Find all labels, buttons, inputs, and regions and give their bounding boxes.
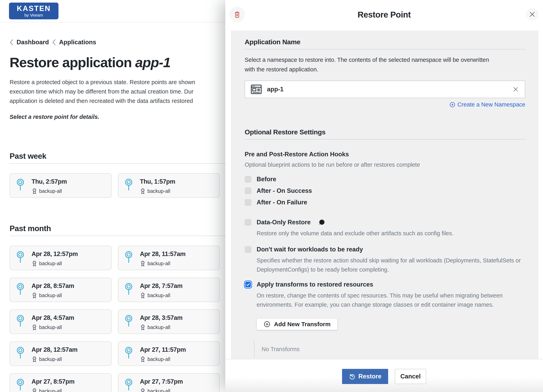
restore-point-card[interactable]: Thu, 2:57pm backup-all (10, 173, 112, 198)
restore-point-policy: backup-all (140, 356, 170, 362)
restore-point-card[interactable]: Apr 28, 3:57am backup-all (118, 309, 220, 334)
page-title: Restore application app-1 (10, 55, 225, 70)
create-new-namespace-link[interactable]: Create a New Namespace (245, 101, 525, 108)
restore-point-card[interactable]: Apr 27, 11:57pm backup-all (118, 341, 220, 366)
dont-wait-checkbox-row[interactable]: Don't wait for workloads to be ready (245, 246, 525, 253)
action-hooks-description: Optional blueprint actions to be run bef… (245, 161, 525, 168)
restore-point-modal: Restore Point Application Name Select a … (225, 0, 543, 392)
policy-ribbon-icon (32, 324, 37, 330)
restore-point-time: Apr 28, 3:57am (140, 314, 183, 321)
restore-point-policy: backup-all (140, 260, 170, 267)
policy-name: backup-all (147, 188, 170, 194)
apply-transforms-checkbox-row[interactable]: Apply transforms to restored resources (245, 281, 525, 288)
restore-point-pin-icon (124, 178, 133, 191)
restore-point-time: Apr 28, 8:57am (32, 282, 74, 289)
dont-wait-description: Specifies whether the restore action sho… (257, 256, 525, 274)
policy-ribbon-icon (140, 260, 146, 267)
policy-ribbon-icon (140, 388, 146, 392)
page-description-line: Restore a protected object to a previous… (10, 77, 225, 87)
data-only-restore-description: Restore only the volume data and exclude… (257, 229, 525, 238)
breadcrumb-dashboard[interactable]: Dashboard (17, 39, 49, 46)
page-title-app-name: app-1 (135, 55, 170, 70)
policy-ribbon-icon (32, 356, 37, 362)
restore-point-card[interactable]: Apr 28, 4:57am backup-all (10, 309, 112, 334)
restore-point-card[interactable]: Apr 27, 7:57pm backup-all (118, 373, 220, 392)
restore-button[interactable]: Restore (342, 369, 388, 384)
policy-ribbon-icon (32, 260, 37, 267)
restore-point-pin-icon (16, 315, 25, 327)
tooltip-bubble-icon[interactable] (318, 219, 325, 226)
checkbox-unchecked[interactable] (245, 219, 251, 226)
policy-ribbon-icon (32, 188, 37, 194)
hook-after-failure-checkbox-row[interactable]: After - On Failure (245, 199, 525, 206)
restore-point-policy: backup-all (32, 292, 62, 298)
past-week-cards: Thu, 2:57pm backup-all Thu, 1:57pm backu… (10, 173, 225, 198)
restore-point-card[interactable]: Apr 28, 12:57pm backup-all (10, 246, 112, 270)
delete-restore-point-button[interactable] (229, 7, 245, 22)
policy-ribbon-icon (140, 188, 146, 194)
checkbox-unchecked[interactable] (245, 176, 251, 183)
restore-point-time: Apr 27, 11:57pm (140, 346, 186, 353)
chevron-left-icon (52, 39, 56, 45)
modal-body: Application Name Select a namespace to r… (231, 31, 538, 359)
page-description-line: application is deleted and then recreate… (10, 96, 225, 106)
restore-point-time: Thu, 1:57pm (140, 178, 175, 185)
restore-point-time: Apr 28, 11:57am (140, 250, 186, 258)
past-month-cards: Apr 28, 12:57pm backup-all Apr 28, 11:57… (10, 246, 225, 392)
restore-point-pin-icon (124, 378, 133, 391)
optional-restore-settings-heading: Optional Restore Settings (245, 128, 525, 136)
circle-plus-icon (264, 321, 270, 328)
clear-namespace-icon[interactable] (512, 86, 519, 93)
restore-point-policy: backup-all (32, 324, 62, 330)
apply-transforms-description: On restore, change the contents of spec … (257, 291, 525, 309)
restore-point-pin-icon (16, 378, 25, 391)
circle-plus-icon (449, 102, 455, 108)
screen: KASTEN by Veeam Dashboard Applications R… (0, 0, 543, 392)
page-description: Restore a protected object to a previous… (10, 77, 225, 106)
chevron-left-icon (10, 39, 13, 45)
checkbox-unchecked[interactable] (245, 246, 251, 253)
policy-name: backup-all (39, 356, 62, 362)
restore-point-policy: backup-all (32, 356, 62, 362)
restore-point-card[interactable]: Apr 28, 12:57am backup-all (10, 341, 112, 366)
restore-point-card[interactable]: Apr 27, 8:57pm backup-all (10, 373, 112, 392)
restore-point-time: Apr 27, 7:57pm (140, 378, 183, 385)
restore-point-pin-icon (16, 346, 25, 359)
past-month-section: Past month Apr 28, 12:57pm backup-all Ap… (10, 224, 225, 392)
page-description-line: execution time which may be different fr… (10, 87, 225, 96)
past-week-section: Past week Thu, 2:57pm backup-all Thu, 1:… (10, 152, 225, 198)
namespace-input[interactable]: app-1 (245, 81, 525, 98)
restore-point-policy: backup-all (140, 324, 170, 330)
cancel-button[interactable]: Cancel (395, 369, 426, 384)
policy-name: backup-all (147, 261, 170, 266)
data-only-restore-checkbox-row[interactable]: Data-Only Restore (245, 219, 525, 226)
trash-icon (233, 10, 241, 19)
add-new-transform-button[interactable]: Add New Transform (257, 318, 337, 330)
section-divider (245, 49, 525, 50)
restore-point-time: Apr 28, 12:57am (32, 346, 77, 353)
policy-ribbon-icon (32, 292, 37, 298)
restore-point-time: Thu, 2:57pm (32, 178, 67, 185)
restore-point-card[interactable]: Apr 28, 8:57am backup-all (10, 277, 112, 302)
restore-point-time: Apr 28, 7:57am (140, 282, 183, 289)
modal-title: Restore Point (225, 0, 543, 20)
no-transforms-message: No Transforms (254, 340, 525, 358)
restore-point-card[interactable]: Apr 28, 7:57am backup-all (118, 277, 220, 302)
kasten-logo[interactable]: KASTEN by Veeam (9, 3, 58, 19)
section-divider (245, 139, 525, 140)
restore-point-policy: backup-all (140, 188, 170, 194)
hook-after-success-checkbox-row[interactable]: After - On Success (245, 187, 525, 194)
action-hooks-label: Pre and Post-Restore Action Hooks (245, 151, 525, 158)
checkbox-unchecked[interactable] (245, 188, 251, 194)
checkbox-checked[interactable] (245, 281, 251, 288)
restore-point-card[interactable]: Apr 28, 11:57am backup-all (118, 246, 220, 270)
breadcrumb-applications[interactable]: Applications (59, 39, 96, 46)
hook-before-checkbox-row[interactable]: Before (245, 176, 525, 183)
policy-ribbon-icon (32, 388, 37, 392)
restore-point-pin-icon (124, 282, 133, 295)
restore-point-card[interactable]: Thu, 1:57pm backup-all (118, 173, 220, 198)
close-modal-button[interactable] (526, 8, 539, 21)
past-month-heading: Past month (10, 224, 225, 233)
checkbox-unchecked[interactable] (245, 199, 251, 206)
section-divider (10, 163, 225, 164)
